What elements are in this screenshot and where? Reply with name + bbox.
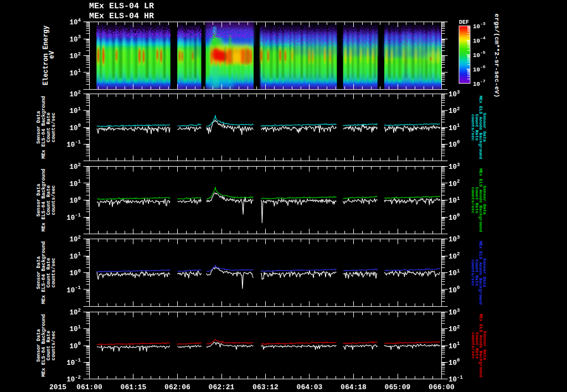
svg-text:eV: eV (48, 50, 56, 59)
svg-text:-1: -1 (75, 358, 81, 363)
svg-text:10: 10 (449, 91, 457, 99)
svg-text:1: 1 (457, 196, 460, 202)
svg-text:-1: -1 (457, 375, 463, 380)
svg-text:10: 10 (70, 125, 78, 132)
svg-text:-1: -1 (75, 285, 81, 291)
svg-text:4: 4 (78, 18, 81, 23)
svg-text:2: 2 (457, 106, 460, 112)
svg-text:-1: -1 (75, 140, 81, 145)
svg-text:-2: -2 (75, 375, 81, 380)
svg-text:10: 10 (449, 141, 457, 149)
svg-text:0: 0 (457, 285, 460, 291)
svg-text:2: 2 (457, 251, 460, 257)
svg-text:10: 10 (473, 81, 480, 87)
svg-text:10: 10 (449, 253, 457, 261)
svg-text:062:06: 062:06 (164, 383, 190, 391)
svg-text:066:00: 066:00 (429, 383, 455, 391)
svg-text:0: 0 (457, 140, 460, 145)
svg-text:10: 10 (449, 359, 457, 367)
svg-text:counts/sec: counts/sec (51, 185, 56, 215)
svg-text:10: 10 (70, 70, 78, 78)
svg-text:-4: -4 (480, 35, 486, 40)
svg-text:10: 10 (66, 214, 75, 222)
svg-text:061:15: 061:15 (121, 383, 147, 391)
svg-text:counts/sec: counts/sec (51, 331, 56, 360)
svg-text:1: 1 (78, 106, 81, 112)
svg-text:10: 10 (70, 236, 78, 244)
svg-text:063:12: 063:12 (252, 383, 279, 391)
svg-text:counts/sec: counts/sec (51, 112, 56, 142)
svg-text:10: 10 (449, 326, 457, 333)
svg-text:3: 3 (457, 162, 460, 168)
svg-text:10: 10 (449, 107, 457, 115)
svg-text:0: 0 (78, 269, 81, 274)
svg-text:1: 1 (457, 341, 460, 347)
svg-text:10: 10 (449, 270, 457, 277)
svg-text:065:09: 065:09 (385, 383, 411, 391)
svg-text:2: 2 (457, 179, 460, 184)
svg-text:1: 1 (78, 324, 81, 330)
svg-text:10: 10 (66, 287, 75, 295)
svg-text:064:18: 064:18 (341, 383, 367, 391)
svg-text:10: 10 (70, 343, 78, 350)
svg-text:2: 2 (78, 162, 81, 168)
svg-text:10: 10 (70, 270, 78, 277)
svg-text:0: 0 (457, 213, 460, 218)
svg-text:10: 10 (70, 253, 78, 261)
svg-text:2: 2 (78, 235, 81, 240)
svg-text:10: 10 (70, 19, 78, 27)
svg-text:DEF: DEF (459, 19, 469, 25)
svg-text:1: 1 (78, 179, 81, 184)
svg-text:10: 10 (449, 125, 457, 132)
svg-text:counts/sec: counts/sec (471, 187, 476, 213)
svg-text:062:21: 062:21 (209, 383, 235, 391)
svg-text:10: 10 (449, 163, 457, 171)
svg-text:10: 10 (70, 107, 78, 115)
svg-text:10: 10 (449, 180, 457, 188)
svg-text:10: 10 (66, 359, 75, 367)
svg-text:10: 10 (70, 197, 78, 205)
svg-text:10: 10 (70, 326, 78, 333)
svg-text:1: 1 (78, 251, 81, 257)
svg-text:counts/sec: counts/sec (471, 332, 476, 359)
svg-text:3: 3 (78, 34, 81, 40)
svg-text:0: 0 (457, 358, 460, 363)
svg-text:10: 10 (449, 287, 457, 295)
svg-text:10: 10 (70, 36, 78, 44)
svg-text:10: 10 (449, 214, 457, 222)
svg-text:10: 10 (70, 180, 78, 188)
svg-text:10: 10 (473, 66, 480, 73)
svg-text:counts/sec: counts/sec (471, 259, 476, 286)
svg-text:10: 10 (70, 163, 78, 171)
svg-text:2015: 2015 (49, 383, 66, 391)
svg-text:3: 3 (457, 308, 460, 313)
svg-text:counts/sec: counts/sec (51, 257, 56, 287)
svg-text:10: 10 (449, 236, 457, 244)
svg-text:10: 10 (70, 53, 78, 60)
svg-text:10: 10 (449, 197, 457, 205)
svg-text:10: 10 (66, 141, 75, 149)
svg-text:0: 0 (78, 341, 81, 347)
svg-text:10: 10 (449, 376, 457, 384)
svg-text:10: 10 (449, 343, 457, 350)
svg-text:10: 10 (473, 38, 480, 44)
svg-text:0: 0 (78, 123, 81, 128)
svg-text:1: 1 (457, 123, 460, 128)
svg-text:-7: -7 (480, 79, 486, 84)
svg-text:MEx ELS-04 LR: MEx ELS-04 LR (89, 2, 154, 11)
svg-text:064:03: 064:03 (297, 383, 323, 391)
svg-text:3: 3 (457, 235, 460, 240)
svg-text:10: 10 (66, 376, 75, 384)
svg-text:3: 3 (457, 90, 460, 95)
svg-text:-5: -5 (480, 50, 486, 55)
svg-text:-1: -1 (75, 213, 81, 218)
svg-text:ergs/(cm**2-sr-sec-eV): ergs/(cm**2-sr-sec-eV) (493, 14, 501, 98)
svg-text:2: 2 (78, 308, 81, 313)
svg-text:10: 10 (473, 23, 480, 30)
svg-text:counts/sec: counts/sec (471, 114, 476, 141)
svg-text:0: 0 (78, 196, 81, 202)
svg-text:061:00: 061:00 (76, 383, 102, 391)
svg-text:MEx ELS-04 HR: MEx ELS-04 HR (89, 12, 154, 21)
svg-text:-3: -3 (480, 21, 486, 26)
svg-text:2: 2 (457, 324, 460, 330)
